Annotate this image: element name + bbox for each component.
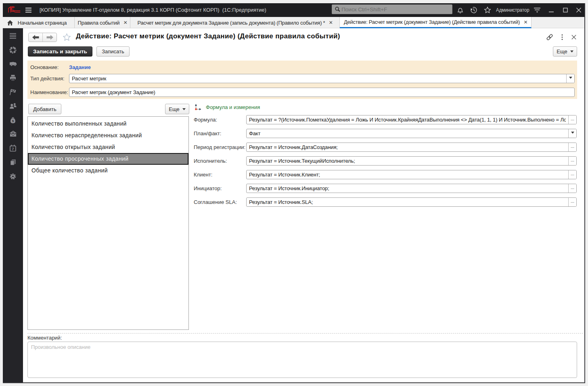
tab-close-icon[interactable]: ✕ [523, 19, 528, 25]
page-title: Действие: Расчет метрик (документ Задани… [76, 32, 340, 40]
action-type-field [69, 74, 575, 83]
field-input[interactable] [247, 157, 568, 165]
printer-icon[interactable] [9, 74, 17, 82]
field-ellipsis-button[interactable]: ... [568, 157, 576, 165]
comment-field [27, 342, 577, 378]
field-label: Формула: [194, 117, 217, 123]
tab-home[interactable]: Начальная страница [3, 17, 75, 28]
documents-icon[interactable] [9, 159, 17, 166]
tab-close-icon[interactable]: ✕ [123, 20, 128, 25]
favorites-star-icon[interactable] [483, 6, 492, 15]
field-ellipsis-button[interactable]: ... [568, 115, 576, 124]
formula-group-header[interactable]: Формула и измерения [195, 104, 260, 111]
field-4: ... [246, 170, 577, 179]
name-input[interactable] [69, 88, 574, 96]
field-1 [246, 129, 577, 138]
envelope-icon[interactable] [9, 130, 17, 138]
chevron-down-icon [182, 108, 186, 110]
list-item[interactable]: Количество открытых заданий [28, 141, 188, 153]
separator-dashed [27, 333, 583, 334]
history-icon[interactable] [469, 6, 478, 15]
field-label: Клиент: [194, 172, 212, 178]
list-item[interactable]: Общее количество заданий [28, 165, 188, 176]
app-window: [КОПИЯ] Управление IT-отделом 8, редакци… [3, 3, 585, 383]
field-input[interactable] [247, 115, 568, 124]
name-label: Наименование: [30, 89, 68, 95]
search-input[interactable] [341, 6, 450, 13]
field-input[interactable] [247, 198, 568, 206]
add-metric-button[interactable]: Добавить [28, 104, 61, 114]
base-link[interactable]: Задание [69, 64, 91, 70]
list-item[interactable]: Количество нераспределенных заданий [28, 130, 188, 141]
more-actions-kebab-icon[interactable] [559, 34, 566, 41]
field-label: Инициатор: [194, 185, 222, 191]
name-field [69, 88, 575, 97]
nav-history-group [28, 33, 57, 42]
forward-button[interactable] [43, 33, 56, 42]
lifebuoy-icon[interactable] [9, 46, 17, 54]
favorite-star-icon[interactable] [63, 33, 71, 42]
gear-icon[interactable] [9, 173, 17, 180]
field-input[interactable] [247, 143, 568, 151]
checkered-flag-icon[interactable] [9, 88, 17, 96]
close-form-icon[interactable] [570, 34, 578, 41]
metrics-list: Количество выполненных заданий Количеств… [27, 116, 189, 330]
tab-event-rules[interactable]: Правила событий ✕ [75, 17, 130, 28]
truck-icon[interactable] [9, 60, 17, 67]
field-3: ... [246, 156, 577, 166]
search-icon [335, 6, 341, 13]
save-and-close-button[interactable]: Записать и закрыть [28, 46, 92, 57]
tab-close-icon[interactable]: ✕ [329, 20, 333, 25]
current-user[interactable]: Администратор [496, 3, 529, 17]
field-2: ... [246, 143, 577, 152]
save-button[interactable]: Записать [96, 46, 130, 57]
maximize-button[interactable] [561, 6, 570, 15]
1c-logo [8, 6, 21, 13]
notifications-bell-icon[interactable] [456, 6, 465, 15]
action-type-label: Тип действия: [30, 76, 65, 82]
calendar-icon[interactable]: 7 [9, 145, 17, 152]
list-item[interactable]: Количество выполненных заданий [28, 118, 188, 130]
money-bag-icon[interactable]: $ [9, 117, 17, 124]
svg-text:7: 7 [12, 147, 14, 151]
field-dropdown-button[interactable] [568, 129, 576, 138]
global-search[interactable] [332, 4, 452, 14]
field-label: Соглашение SLA: [194, 199, 237, 205]
sections-list-icon[interactable] [9, 32, 17, 40]
field-ellipsis-button[interactable]: ... [568, 198, 576, 206]
list-item-selected[interactable]: Количество просроченных заданий [28, 153, 188, 165]
minimize-button[interactable] [547, 6, 556, 15]
field-label: Период регистрации: [194, 144, 245, 150]
users-icon[interactable] [9, 103, 17, 110]
list-more-button[interactable]: Еще [165, 104, 189, 114]
field-input[interactable] [247, 170, 568, 179]
field-ellipsis-button[interactable]: ... [568, 143, 576, 151]
comment-label: Комментарий: [27, 335, 62, 341]
tab-home-label: Начальная страница [18, 20, 67, 26]
field-5: ... [246, 184, 577, 193]
field-input[interactable] [247, 129, 568, 138]
get-link-icon[interactable] [546, 34, 553, 41]
field-input[interactable] [247, 184, 568, 193]
tab-bar: Начальная страница Правила событий ✕ Рас… [3, 17, 584, 28]
action-type-input[interactable] [69, 74, 566, 83]
main-menu-icon[interactable] [25, 8, 31, 13]
close-window-button[interactable] [574, 6, 583, 15]
header-params-panel: Основание: Задание Тип действия: Наимено… [27, 61, 577, 99]
formula-group-label: Формула и измерения [206, 104, 260, 110]
field-label: Исполнитель: [194, 158, 227, 164]
tab-action-metric[interactable]: Действие: Расчет метрик (документ Задани… [340, 17, 532, 28]
service-menu-icon[interactable] [533, 6, 542, 15]
field-ellipsis-button[interactable]: ... [568, 184, 576, 193]
window-title: [КОПИЯ] Управление IT-отделом 8, редакци… [40, 3, 266, 17]
form-more-button[interactable]: Еще [553, 46, 577, 57]
field-ellipsis-button[interactable]: ... [568, 170, 576, 179]
back-button[interactable] [29, 33, 43, 42]
tab-metric-rule[interactable]: Расчет метрик для документа Задание (зап… [130, 17, 340, 28]
comment-textarea[interactable] [28, 342, 577, 378]
base-label: Основание: [30, 64, 59, 70]
field-6: ... [246, 197, 577, 207]
home-icon [7, 20, 13, 26]
title-bar: [КОПИЯ] Управление IT-отделом 8, редакци… [3, 3, 584, 17]
action-type-dropdown-button[interactable] [566, 74, 574, 83]
